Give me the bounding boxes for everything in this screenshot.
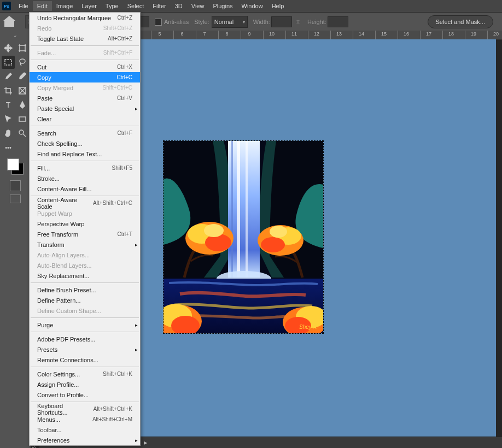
menu-item-assign-profile[interactable]: Assign Profile... bbox=[30, 379, 140, 390]
menu-item-fill[interactable]: Fill...Shift+F5 bbox=[30, 163, 140, 173]
menu-item-label: Copy Merged bbox=[37, 85, 73, 91]
height-input[interactable] bbox=[328, 16, 348, 27]
menu-item-label: Menus... bbox=[37, 416, 60, 423]
menu-help[interactable]: Help bbox=[267, 1, 289, 11]
screen-mode-icon[interactable] bbox=[10, 194, 21, 203]
zoom-tool[interactable] bbox=[16, 127, 29, 140]
menu-item-find-and-replace-text[interactable]: Find and Replace Text... bbox=[30, 149, 140, 159]
home-icon[interactable] bbox=[4, 17, 15, 27]
eyedropper-tool[interactable] bbox=[2, 70, 15, 83]
menu-item-copy[interactable]: CopyCtrl+C bbox=[30, 72, 140, 82]
status-more-icon[interactable]: ▶ bbox=[144, 440, 147, 445]
menu-3d[interactable]: 3D bbox=[171, 1, 187, 11]
color-swatches[interactable] bbox=[7, 158, 24, 175]
menu-item-check-spelling[interactable]: Check Spelling... bbox=[30, 138, 140, 149]
width-label: Width: bbox=[253, 19, 270, 25]
menu-item-label: Adobe PDF Presets... bbox=[37, 336, 95, 343]
menu-view[interactable]: View bbox=[187, 1, 209, 11]
menu-item-presets[interactable]: Presets bbox=[30, 344, 140, 355]
ruler-tick: 13 bbox=[330, 31, 347, 40]
menu-item-label: Free Transform bbox=[37, 231, 78, 238]
menu-item-stroke[interactable]: Stroke... bbox=[30, 173, 140, 184]
move-tool[interactable] bbox=[2, 42, 15, 55]
brush-tool[interactable] bbox=[16, 70, 29, 83]
menu-item-undo-rectangular-marquee[interactable]: Undo Rectangular MarqueeCtrl+Z bbox=[30, 13, 140, 23]
menu-separator bbox=[31, 45, 139, 46]
menu-item-auto-blend-layers: Auto-Blend Layers... bbox=[30, 260, 140, 270]
menu-item-label: Content-Aware Scale bbox=[37, 197, 93, 210]
selection-marquee[interactable]: Shey A bbox=[163, 140, 324, 334]
menu-item-paste-special[interactable]: Paste Special bbox=[30, 103, 140, 114]
menu-item-adobe-pdf-presets[interactable]: Adobe PDF Presets... bbox=[30, 334, 140, 344]
menu-item-free-transform[interactable]: Free TransformCtrl+T bbox=[30, 229, 140, 239]
menu-item-convert-to-profile[interactable]: Convert to Profile... bbox=[30, 390, 140, 400]
type-tool[interactable]: T bbox=[2, 98, 15, 111]
menu-item-define-brush-preset[interactable]: Define Brush Preset... bbox=[30, 285, 140, 295]
menu-item-perspective-warp[interactable]: Perspective Warp bbox=[30, 219, 140, 229]
menu-item-label: Redo bbox=[37, 25, 51, 32]
menu-item-label: Check Spelling... bbox=[37, 140, 83, 147]
menu-item-label: Cut bbox=[37, 64, 46, 70]
foreground-color-swatch[interactable] bbox=[7, 158, 19, 170]
menu-item-purge[interactable]: Purge bbox=[30, 320, 140, 330]
menu-file[interactable]: File bbox=[14, 1, 33, 11]
menu-item-shortcut: Shift+Ctrl+F bbox=[103, 50, 132, 56]
ruler-tick: 8 bbox=[218, 31, 235, 40]
menu-item-color-settings[interactable]: Color Settings...Shift+Ctrl+K bbox=[30, 369, 140, 379]
menu-item-transform[interactable]: Transform bbox=[30, 239, 140, 250]
menu-item-remote-connections[interactable]: Remote Connections... bbox=[30, 355, 140, 365]
menu-item-keyboard-shortcuts[interactable]: Keyboard Shortcuts...Alt+Shift+Ctrl+K bbox=[30, 404, 140, 414]
menu-edit[interactable]: Edit bbox=[33, 1, 52, 11]
quick-mask-icon[interactable] bbox=[10, 180, 21, 191]
width-input[interactable] bbox=[271, 16, 292, 27]
menu-filter[interactable]: Filter bbox=[148, 1, 170, 11]
link-icon[interactable] bbox=[294, 18, 302, 26]
menu-item-label: Auto-Blend Layers... bbox=[37, 262, 92, 269]
artboard-tool[interactable] bbox=[16, 42, 29, 55]
rectangle-tool[interactable] bbox=[16, 113, 29, 126]
menu-item-search[interactable]: SearchCtrl+F bbox=[30, 128, 140, 138]
ruler-tick: 15 bbox=[375, 31, 392, 40]
edit-toolbar-icon[interactable]: ••• bbox=[2, 141, 15, 154]
menu-plugins[interactable]: Plugins bbox=[208, 1, 237, 11]
menu-item-cut[interactable]: CutCtrl+X bbox=[30, 62, 140, 72]
frame-tool[interactable] bbox=[16, 84, 29, 97]
menu-item-menus[interactable]: Menus...Alt+Shift+Ctrl+M bbox=[30, 414, 140, 425]
ruler-tick: 11 bbox=[285, 31, 302, 40]
style-select[interactable]: Normal bbox=[212, 16, 248, 28]
menu-image[interactable]: Image bbox=[52, 1, 78, 11]
menu-separator bbox=[31, 126, 139, 126]
toolbar-collapse-icon[interactable]: « bbox=[0, 34, 31, 39]
menu-item-shortcut: Ctrl+X bbox=[117, 64, 132, 70]
menu-item-toolbar[interactable]: Toolbar... bbox=[30, 425, 140, 435]
menu-item-define-pattern[interactable]: Define Pattern... bbox=[30, 295, 140, 305]
lasso-tool[interactable] bbox=[16, 56, 29, 69]
svg-point-34 bbox=[261, 237, 285, 252]
menu-item-toggle-last-state[interactable]: Toggle Last StateAlt+Ctrl+Z bbox=[30, 33, 140, 44]
menu-item-label: Toolbar... bbox=[37, 427, 62, 433]
menu-item-clear[interactable]: Clear bbox=[30, 114, 140, 124]
path-selection-tool[interactable] bbox=[2, 113, 15, 126]
menu-layer[interactable]: Layer bbox=[77, 1, 101, 11]
select-and-mask-button[interactable]: Select and Mask... bbox=[428, 15, 494, 28]
menu-item-preferences[interactable]: Preferences bbox=[30, 435, 140, 445]
app-icon[interactable]: Ps bbox=[2, 2, 11, 10]
menu-item-content-aware-scale[interactable]: Content-Aware ScaleAlt+Shift+Ctrl+C bbox=[30, 198, 140, 208]
menu-item-sky-replacement[interactable]: Sky Replacement... bbox=[30, 270, 140, 281]
menu-select[interactable]: Select bbox=[123, 1, 149, 11]
menu-item-paste[interactable]: PasteCtrl+V bbox=[30, 93, 140, 103]
menu-window[interactable]: Window bbox=[237, 1, 267, 11]
menu-item-label: Preferences bbox=[37, 437, 69, 444]
anti-alias-checkbox bbox=[155, 19, 162, 26]
anti-alias-label: Anti-alias bbox=[164, 19, 189, 25]
svg-point-31 bbox=[204, 224, 224, 237]
menu-item-shortcut: Alt+Shift+Ctrl+K bbox=[94, 406, 132, 412]
crop-tool[interactable] bbox=[2, 84, 15, 97]
rectangular-marquee-tool[interactable] bbox=[2, 56, 15, 69]
menu-item-content-aware-fill[interactable]: Content-Aware Fill... bbox=[30, 184, 140, 194]
menu-type[interactable]: Type bbox=[101, 1, 123, 11]
menu-item-puppet-warp: Puppet Warp bbox=[30, 208, 140, 219]
pen-tool[interactable] bbox=[16, 98, 29, 111]
hand-tool[interactable] bbox=[2, 127, 15, 140]
menu-item-label: Presets bbox=[37, 346, 57, 353]
